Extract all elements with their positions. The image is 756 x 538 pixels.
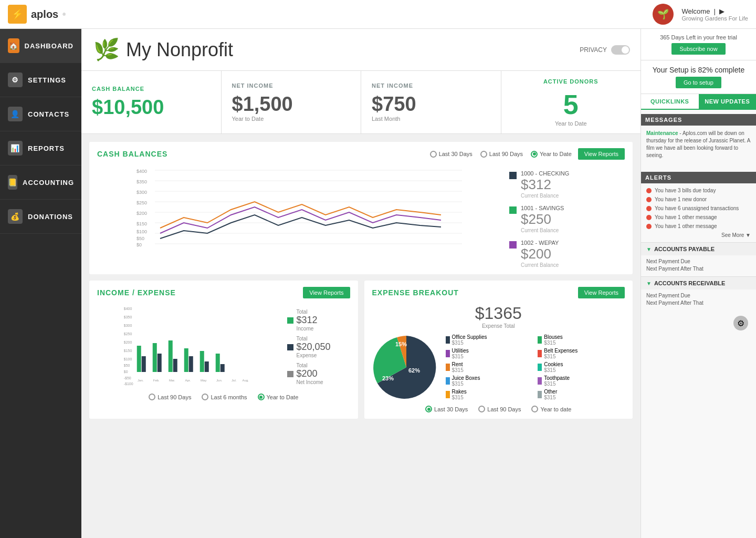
wepay-color: [509, 241, 517, 249]
exp-filter-ytd[interactable]: Year to date: [531, 406, 571, 412]
svg-text:$300: $300: [136, 190, 147, 195]
filter-90-days[interactable]: Last 90 Days: [480, 151, 523, 158]
wepay-sub: Current Balance: [521, 262, 625, 268]
org-name-area: 🌿 My Nonprofit: [92, 35, 233, 64]
tab-new-updates[interactable]: NEW UPDATES: [699, 94, 757, 109]
income-expense-title: INCOME / EXPENSE: [97, 288, 176, 297]
sidebar-item-dashboard[interactable]: 🏠 DASHBOARD: [0, 29, 81, 63]
see-more-button[interactable]: See More ▼: [646, 232, 751, 238]
exp-radio-ytd: [531, 406, 538, 412]
exp-filter-30[interactable]: Last 30 Days: [425, 406, 468, 412]
svg-text:$100: $100: [124, 357, 132, 361]
expense-breakout-view-reports[interactable]: View Reports: [578, 287, 625, 298]
messages-section: MESSAGES Maintenance - Aplos.com will be…: [641, 110, 756, 168]
income-legend: Total $312 Income Total $20,050: [287, 304, 350, 389]
ie-filter-ytd[interactable]: Year to Date: [258, 394, 299, 400]
alert-dot-bills: [646, 188, 652, 193]
org-name: My Nonprofit: [126, 39, 233, 61]
filter-ytd[interactable]: Year to Date: [531, 151, 572, 158]
svg-text:$200: $200: [136, 211, 147, 216]
cash-balances-view-reports[interactable]: View Reports: [578, 148, 625, 160]
sidebar-label-dashboard: DASHBOARD: [25, 42, 74, 50]
setup-area: Your Setup is 82% complete Go to setup: [641, 60, 756, 94]
checking-color: [509, 172, 517, 179]
income-expense-section: INCOME / EXPENSE View Reports $400 $350 …: [89, 281, 358, 419]
expense-breakout-header: EXPENSE BREAKOUT View Reports: [372, 287, 625, 298]
expense-total-label: Total: [297, 336, 331, 342]
net-income-lm-value: $750: [372, 93, 490, 116]
income-expense-header: INCOME / EXPENSE View Reports: [97, 287, 350, 298]
sidebar: 🏠 DASHBOARD ⚙ SETTINGS 👤 CONTACTS 📊 REPO…: [0, 29, 81, 538]
welcome-text: Welcome | ▶ Growing Gardens For Life: [681, 7, 748, 22]
accounts-payable-section: ▼ ACCOUNTS PAYABLE Next Payment Due Next…: [641, 242, 756, 276]
accounts-receivable-header[interactable]: ▼ ACCOUNTS RECEIVABLE: [641, 276, 756, 289]
svg-rect-42: [153, 343, 157, 372]
svg-text:$50: $50: [124, 364, 130, 367]
accounts-payable-arrow: ▼: [646, 246, 652, 252]
sidebar-label-contacts: CONTACTS: [28, 110, 69, 118]
pie-svg: 62% 23% 15%: [372, 333, 440, 401]
exp-other: Other$315: [538, 389, 625, 400]
tab-quicklinks[interactable]: QUICKLINKS: [641, 94, 699, 109]
settings-icon: ⚙: [8, 73, 23, 87]
alert-message-1: You have 1 other message: [646, 214, 751, 220]
net-income-ytd-sub: Year to Date: [232, 116, 351, 122]
svg-rect-40: [137, 346, 141, 372]
net-income-ytd-value: $1,500: [232, 93, 351, 116]
org-name-header: Growing Gardens For Life: [681, 15, 748, 22]
sidebar-item-reports[interactable]: 📊 REPORTS: [0, 131, 81, 165]
sidebar-item-donations[interactable]: 💰 DONATIONS: [0, 200, 81, 234]
exp-filter-90[interactable]: Last 90 Days: [478, 406, 521, 412]
checking-amount: $312: [521, 177, 625, 193]
privacy-toggle[interactable]: PRIVACY: [580, 45, 630, 55]
sidebar-item-accounting[interactable]: 📒 ACCOUNTING: [0, 165, 81, 200]
exp-blouses: Blouses$315: [538, 334, 625, 346]
bottom-sections: INCOME / EXPENSE View Reports $400 $350 …: [89, 281, 633, 419]
exp-radio-30: [425, 406, 432, 412]
cash-balance-svg: $400 $350 $300 $250 $200 $150 $100 $50 $…: [97, 165, 501, 249]
svg-text:-$50: -$50: [124, 376, 131, 380]
alerts-section: ALERTS You have 3 bills due today You ha…: [641, 168, 756, 242]
radio-90: [480, 151, 487, 158]
ie-filter-90[interactable]: Last 90 Days: [149, 394, 191, 400]
svg-text:May: May: [201, 379, 206, 382]
svg-rect-41: [142, 356, 146, 372]
svg-text:$0: $0: [124, 370, 128, 374]
sidebar-item-contacts[interactable]: 👤 CONTACTS: [0, 97, 81, 131]
setup-button[interactable]: Go to setup: [676, 77, 721, 88]
svg-text:$400: $400: [124, 307, 132, 311]
sidebar-item-settings[interactable]: ⚙ SETTINGS: [0, 63, 81, 97]
svg-rect-47: [189, 356, 193, 372]
alert-text-msg1: You have 1 other message: [655, 214, 717, 220]
radio-ytd: [531, 151, 538, 158]
balance-wepay: 1002 - WEPAY $200 Current Balance: [509, 240, 625, 268]
privacy-switch[interactable]: [611, 45, 630, 55]
alert-dot-transactions: [646, 206, 652, 211]
active-donors-sub: Year to Date: [512, 120, 631, 127]
pie-chart: 62% 23% 15%: [372, 333, 440, 401]
accounts-receivable-body: Next Payment Due Next Payment After That: [641, 289, 756, 311]
filter-30-days[interactable]: Last 30 Days: [430, 151, 472, 158]
content-area: 🌿 My Nonprofit PRIVACY CASH BALANCE $10,…: [81, 29, 640, 538]
svg-rect-51: [220, 364, 225, 372]
subscribe-button[interactable]: Subscribe now: [671, 43, 725, 55]
ie-radio-ytd: [258, 394, 265, 400]
checking-sub: Current Balance: [521, 193, 625, 199]
income-value: $312: [297, 315, 318, 326]
exp-cookies: Cookies$315: [538, 361, 625, 373]
exp-color-toothpaste: [538, 377, 542, 385]
income-expense-view-reports[interactable]: View Reports: [303, 287, 350, 298]
ie-filter-6mo[interactable]: Last 6 months: [202, 394, 247, 400]
svg-text:$350: $350: [136, 179, 147, 184]
net-total-label: Total: [297, 363, 323, 368]
svg-rect-46: [184, 348, 188, 372]
income-bar-chart: $400 $350 $300 $250 $200 $150 $100 $50 $…: [97, 304, 282, 389]
message-sender: Maintenance: [646, 130, 678, 136]
accounts-payable-header[interactable]: ▼ ACCOUNTS PAYABLE: [641, 242, 756, 255]
exp-color-rent: [446, 364, 450, 371]
settings-gear-button[interactable]: ⚙: [733, 316, 748, 330]
svg-text:$50: $50: [136, 236, 144, 241]
svg-text:$400: $400: [136, 169, 147, 174]
svg-text:Apr.: Apr.: [185, 379, 191, 382]
logo-icon: ⚡: [8, 5, 27, 24]
